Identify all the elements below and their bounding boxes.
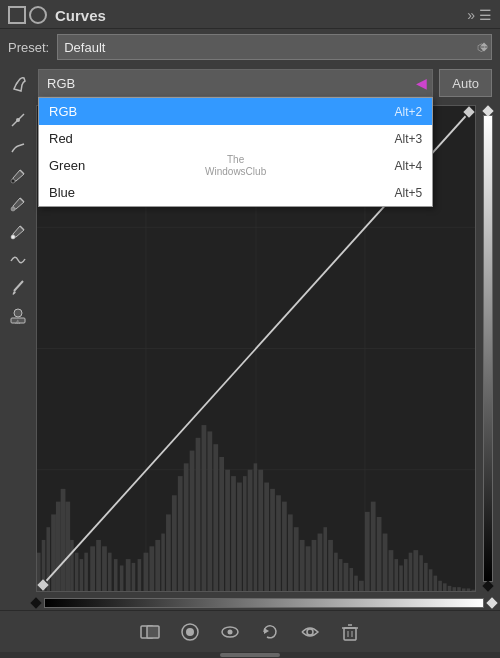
svg-line-8 [14,281,23,291]
reset-icon [259,621,281,643]
svg-marker-107 [264,628,269,634]
panel-header-left: Curves [8,6,106,24]
mask-toggle-button[interactable] [178,620,202,644]
right-bar-bottom-diamond [482,580,493,591]
preset-row: Preset: Default Custom Strong Contrast M… [0,29,500,65]
panel-right-icons: » ☰ [467,7,492,23]
curves-finger-tool[interactable] [8,71,32,95]
svg-point-3 [11,179,15,183]
scrollbar-thumb [220,653,280,657]
stamp-icon: ⚠ [8,306,28,326]
add-mask-icon [139,621,161,643]
eye-icon [299,621,321,643]
eyedropper-black-tool[interactable] [7,165,29,187]
channel-select-box[interactable]: RGB [38,69,433,97]
delete-icon [339,621,361,643]
preset-label: Preset: [8,40,49,55]
dropdown-item-green[interactable]: Green TheWindowsClub Alt+4 [39,152,432,179]
dropdown-label-green: Green [49,158,85,173]
channel-dropdown-menu[interactable]: RGB Alt+2 Red Alt+3 Green TheWindowsClub… [38,97,433,207]
delete-button[interactable] [338,620,362,644]
reset-button[interactable] [258,620,282,644]
dropdown-shortcut-red: Alt+3 [395,132,423,146]
panel-title: Curves [55,7,106,24]
svg-point-10 [14,309,22,317]
smooth-tool-icon [9,251,27,269]
channel-value: RGB [47,76,75,91]
bottom-bar-left-diamond [30,597,41,608]
bottom-gradient-wrap [0,596,500,610]
dropdown-shortcut-green: Alt+4 [395,159,423,173]
svg-point-7 [11,235,15,239]
add-mask-button[interactable] [138,620,162,644]
eye-visibility-button[interactable] [298,620,322,644]
finger-tool-icon [10,73,30,93]
svg-rect-109 [344,628,356,640]
point-tool[interactable] [7,109,29,131]
freehand-tool[interactable] [7,137,29,159]
dropdown-item-blue[interactable]: Blue Alt+5 [39,179,432,206]
visibility-icon [219,621,241,643]
dropdown-shortcut-blue: Alt+5 [395,186,423,200]
channel-select-wrap[interactable]: RGB ◀ RGB Alt+2 Red Alt+3 Green TheWindo… [38,69,433,97]
expand-icon[interactable]: » [467,7,475,23]
watermark: TheWindowsClub [205,154,266,178]
brush-tool[interactable] [7,277,29,299]
brush-tool-icon [9,279,27,297]
eyedropper-white-icon [9,223,27,241]
panel-icon-group [8,6,47,24]
dropdown-shortcut-rgb: Alt+2 [395,105,423,119]
channel-row: RGB ◀ RGB Alt+2 Red Alt+3 Green TheWindo… [0,65,500,101]
curves-stamp-tool[interactable]: ⚠ [7,305,29,327]
right-gradient-bar [483,115,493,582]
svg-point-108 [307,629,313,635]
dropdown-item-rgb[interactable]: RGB Alt+2 [39,98,432,125]
svg-point-1 [16,118,20,122]
dropdown-label-red: Red [49,131,73,146]
menu-icon[interactable]: ☰ [479,7,492,23]
bottom-gradient-bar [44,598,484,608]
curves-circle-icon [29,6,47,24]
eyedropper-gray-tool[interactable] [7,193,29,215]
dropdown-label-rgb: RGB [49,104,77,119]
eyedropper-white-tool[interactable] [7,221,29,243]
right-gradient-bar-wrap [480,105,496,592]
mask-toggle-icon [179,621,201,643]
bottom-bar-right-diamond [486,597,497,608]
dropdown-label-blue: Blue [49,185,75,200]
preset-select[interactable]: Default Custom Strong Contrast Medium Co… [57,34,492,60]
panel-header: Curves » ☰ [0,0,500,29]
scrollbar-hint [0,652,500,658]
svg-point-106 [228,629,233,634]
svg-rect-102 [147,626,159,638]
properties-panel: Curves » ☰ Preset: Default Custom Strong… [0,0,500,658]
dropdown-item-red[interactable]: Red Alt+3 [39,125,432,152]
freehand-tool-icon [9,139,27,157]
visibility-button[interactable] [218,620,242,644]
preset-select-wrap[interactable]: Default Custom Strong Contrast Medium Co… [57,34,492,60]
left-tools: ⚠ [4,105,32,592]
adjustment-icon [8,6,26,24]
eyedropper-gray-icon [9,195,27,213]
smooth-tool[interactable] [7,249,29,271]
eyedropper-black-icon [9,167,27,185]
point-tool-icon [9,111,27,129]
auto-button[interactable]: Auto [439,69,492,97]
footer-toolbar [0,610,500,652]
svg-point-104 [186,628,194,636]
svg-point-5 [11,207,15,211]
